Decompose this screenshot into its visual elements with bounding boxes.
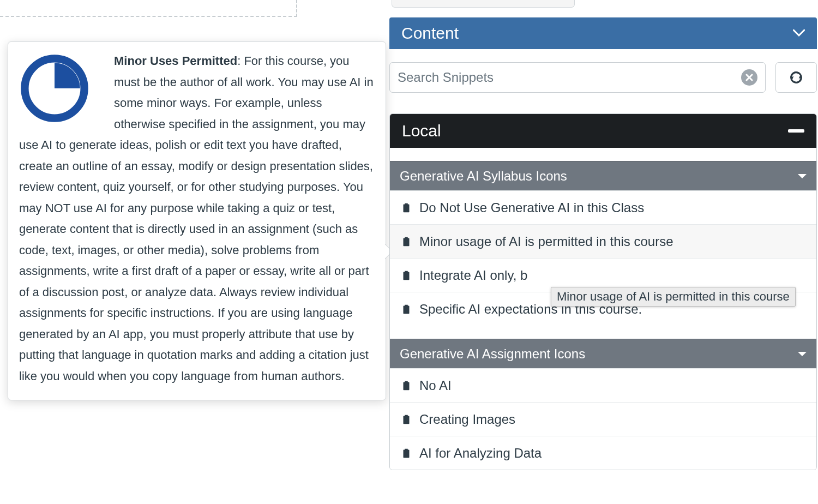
content-sidebar: Content Search Snippets Local Generative… — [388, 0, 818, 470]
chevron-down-icon — [798, 174, 807, 178]
snippet-label: No AI — [419, 378, 452, 393]
group-header-syllabus-icons[interactable]: Generative AI Syllabus Icons — [390, 161, 816, 190]
dashed-drop-zone — [0, 0, 297, 17]
collapse-icon — [788, 129, 804, 133]
group-title: Generative AI Assignment Icons — [400, 346, 585, 362]
clipboard-icon — [400, 269, 413, 282]
snippet-label: AI for Analyzing Data — [419, 446, 542, 461]
snippet-label: Minor usage of AI is permitted in this c… — [419, 234, 673, 249]
clipboard-icon — [400, 201, 413, 214]
chevron-down-icon — [793, 26, 805, 40]
clipboard-icon — [400, 379, 413, 392]
snippet-item-ai-analyzing-data[interactable]: AI for Analyzing Data — [390, 436, 816, 470]
snippet-item-creating-images[interactable]: Creating Images — [390, 402, 816, 436]
chevron-down-icon — [798, 352, 807, 356]
toolbar-ghost-row — [388, 0, 818, 8]
snippet-label: Integrate AI only, b — [419, 268, 527, 283]
refresh-button[interactable] — [775, 62, 817, 93]
callout-title: Minor Uses Permitted — [114, 54, 237, 68]
local-panel-title: Local — [402, 122, 441, 140]
local-panel-header[interactable]: Local — [390, 114, 816, 148]
content-panel-header[interactable]: Content — [389, 17, 817, 49]
search-input[interactable]: Search Snippets — [389, 62, 766, 93]
tooltip-text: Minor usage of AI is permitted in this c… — [557, 290, 790, 303]
snippet-label: Creating Images — [419, 412, 515, 427]
pie-quarter-icon — [19, 53, 90, 124]
snippet-item-no-ai[interactable]: No AI — [390, 368, 816, 402]
clipboard-icon — [400, 235, 413, 248]
snippet-item-minor-usage-ai[interactable]: Minor usage of AI is permitted in this c… — [390, 224, 816, 258]
clipboard-icon — [400, 413, 413, 426]
group-header-assignment-icons[interactable]: Generative AI Assignment Icons — [390, 339, 816, 368]
snippet-preview-callout: Minor Uses Permitted: For this course, y… — [8, 41, 386, 400]
group-title: Generative AI Syllabus Icons — [400, 169, 567, 184]
clear-search-icon[interactable] — [741, 69, 757, 86]
clipboard-icon — [400, 447, 413, 460]
search-row: Search Snippets — [388, 49, 818, 104]
search-placeholder: Search Snippets — [398, 70, 741, 85]
snippet-item-do-not-use-ai[interactable]: Do Not Use Generative AI in this Class — [390, 190, 816, 224]
native-tooltip: Minor usage of AI is permitted in this c… — [551, 287, 796, 307]
toolbar-ghost — [392, 0, 575, 8]
group-spacer — [390, 148, 816, 161]
content-panel-title: Content — [401, 24, 459, 43]
snippet-label: Do Not Use Generative AI in this Class — [419, 200, 644, 215]
group-spacer — [390, 326, 816, 339]
clipboard-icon — [400, 303, 413, 316]
